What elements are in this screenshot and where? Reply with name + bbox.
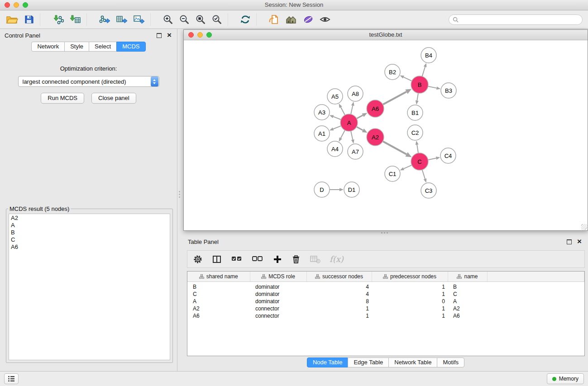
table-row[interactable]: A6connector11A6	[187, 312, 584, 319]
network-edge-A-A7[interactable]	[351, 131, 353, 140]
table-row[interactable]: A2connector11A2	[187, 305, 584, 312]
show-panels-button[interactable]	[4, 373, 19, 384]
status-bar: Memory	[0, 371, 588, 386]
column-header-predecessor-nodes[interactable]: predecessor nodes	[372, 272, 448, 282]
optimization-criterion-select[interactable]: largest connected component (directed)	[18, 76, 159, 87]
result-item[interactable]: A	[11, 222, 168, 229]
import-table-icon[interactable]	[69, 12, 81, 27]
search-box[interactable]	[449, 14, 583, 25]
edge-arrowhead-icon	[436, 157, 440, 160]
network-edge-B-B1[interactable]	[417, 93, 418, 101]
float-table-panel-icon[interactable]	[567, 239, 572, 244]
control-panel: Control Panel × NetworkStyleSelectMCDS O…	[0, 29, 177, 371]
result-item[interactable]: A2	[11, 214, 168, 222]
import-table-disabled-icon	[310, 254, 320, 264]
save-session-icon[interactable]	[24, 12, 34, 27]
result-item[interactable]: C	[11, 236, 168, 243]
node-label: C	[417, 158, 421, 165]
network-edge-C-C1[interactable]	[404, 165, 412, 169]
network-minimize-button[interactable]	[197, 32, 203, 38]
tab-select[interactable]: Select	[89, 42, 117, 52]
result-item[interactable]: A6	[11, 243, 168, 251]
select-all-icon[interactable]	[231, 254, 243, 264]
network-edge-C-C2[interactable]	[417, 145, 418, 153]
network-canvas-svg[interactable]: B4B2BB3A8A5A6A3B1AA1C2A2A4A7C4CC1C3DD1	[184, 40, 588, 230]
network-zoom-button[interactable]	[206, 32, 212, 38]
memory-button[interactable]: Memory	[547, 373, 584, 384]
network-close-button[interactable]	[188, 32, 194, 38]
import-network-icon[interactable]	[52, 12, 64, 27]
network-edge-A-A6[interactable]	[357, 115, 363, 119]
network-edge-A2-C[interactable]	[383, 141, 406, 154]
column-header-mcds-role[interactable]: MCDS role	[250, 272, 306, 282]
tab-network[interactable]: Network	[31, 42, 65, 52]
node-label: D	[320, 186, 324, 193]
add-column-icon[interactable]	[272, 254, 282, 264]
optimization-label: Optimization criterion:	[0, 65, 177, 72]
network-edge-A-A5[interactable]	[341, 107, 345, 115]
control-panel-tabs: NetworkStyleSelectMCDS	[0, 42, 177, 52]
close-table-panel-icon[interactable]: ×	[577, 239, 582, 244]
toolbar-separator	[256, 13, 263, 26]
column-header-shared-name[interactable]: shared name	[187, 272, 250, 282]
tab-style[interactable]: Style	[64, 42, 89, 52]
toggle-details-icon[interactable]	[303, 12, 314, 27]
vertical-splitter-handle[interactable]	[179, 191, 180, 198]
tab-edge-table[interactable]: Edge Table	[348, 357, 389, 367]
resize-grip-icon[interactable]	[581, 224, 587, 230]
network-edge-A-A8[interactable]	[351, 105, 353, 114]
close-panel-button[interactable]: Close panel	[91, 93, 136, 104]
close-panel-icon[interactable]: ×	[167, 33, 172, 38]
zoom-fit-icon[interactable]	[195, 12, 206, 27]
export-network-icon[interactable]	[99, 12, 110, 27]
mcds-result-list[interactable]: A2ABCA6	[9, 214, 170, 360]
export-image-icon[interactable]	[133, 12, 145, 27]
network-edge-B-B2[interactable]	[403, 77, 411, 81]
network-edge-C-C3[interactable]	[422, 170, 425, 179]
export-table-icon[interactable]	[116, 12, 128, 27]
network-edge-B-B4[interactable]	[422, 67, 425, 76]
network-edge-C-C4[interactable]	[428, 158, 436, 160]
column-selector-icon[interactable]	[212, 254, 222, 264]
edge-arrowhead-icon	[351, 139, 354, 144]
list-icon	[8, 376, 15, 382]
network-edge-A6-B[interactable]	[383, 92, 406, 105]
network-edge-A-A4[interactable]	[341, 130, 345, 138]
node-table-container: shared nameMCDS rolesuccessor nodesprede…	[187, 271, 585, 356]
run-mcds-button[interactable]: Run MCDS	[41, 93, 84, 104]
network-window-title: testGlobe.txt	[184, 30, 588, 38]
table-row[interactable]: Cdominator41C	[187, 291, 584, 298]
table-row[interactable]: Bdominator41B	[187, 282, 584, 291]
eye-icon[interactable]	[319, 12, 331, 27]
network-window-titlebar[interactable]: testGlobe.txt	[184, 30, 588, 40]
home-pair-icon[interactable]	[285, 12, 297, 27]
edge-arrowhead-icon	[436, 86, 441, 90]
deselect-all-icon[interactable]	[252, 254, 263, 264]
search-input[interactable]	[461, 16, 578, 24]
network-edge-A-A3[interactable]	[333, 117, 341, 120]
tab-node-table[interactable]: Node Table	[307, 357, 349, 367]
table-settings-gear-icon[interactable]	[193, 254, 203, 264]
result-item[interactable]: B	[11, 229, 168, 236]
delete-column-icon[interactable]	[292, 254, 301, 264]
apply-layout-icon[interactable]	[240, 12, 251, 27]
column-header-name[interactable]: name	[448, 272, 487, 282]
tab-motifs[interactable]: Motifs	[437, 357, 464, 367]
report-document-icon[interactable]	[268, 12, 279, 27]
tab-network-table[interactable]: Network Table	[388, 357, 437, 367]
zoom-out-icon[interactable]	[179, 12, 190, 27]
tab-mcds[interactable]: MCDS	[116, 42, 145, 52]
float-panel-icon[interactable]	[157, 33, 162, 38]
network-edge-A-A2[interactable]	[357, 127, 363, 130]
table-row[interactable]: Adominator80A	[187, 298, 584, 305]
node-label: A4	[331, 146, 339, 152]
network-edge-A-A1[interactable]	[333, 126, 341, 129]
horizontal-splitter-handle[interactable]	[381, 232, 388, 234]
column-header-successor-nodes[interactable]: successor nodes	[306, 272, 372, 282]
network-edge-B-B3[interactable]	[428, 86, 437, 88]
zoom-selected-icon[interactable]	[211, 12, 222, 27]
open-session-icon[interactable]	[5, 12, 18, 27]
zoom-in-icon[interactable]	[163, 12, 173, 27]
node-label: C2	[411, 129, 419, 136]
node-label: B	[418, 81, 422, 88]
